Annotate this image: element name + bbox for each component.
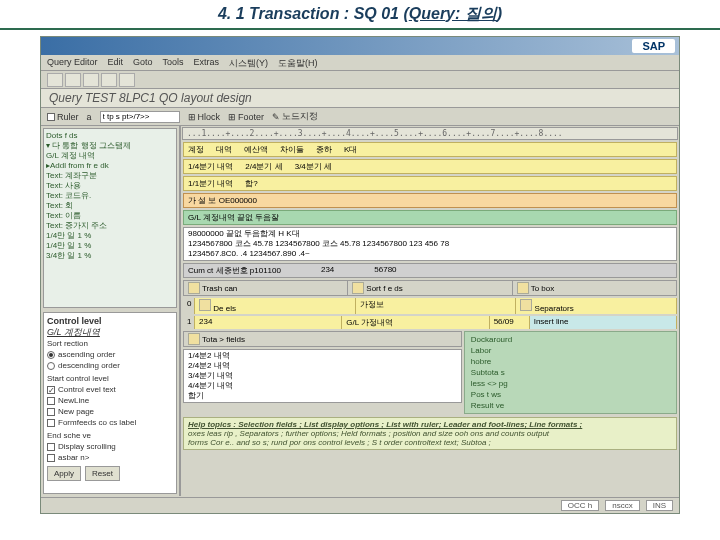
side-item[interactable]: Dockarourd: [471, 334, 670, 345]
secondary-toolbar: Ruler a ⊞Hlock ⊞Footer ✎노드지정: [41, 108, 679, 126]
toolbar-btn-2[interactable]: [65, 73, 81, 87]
right-pane: ...1....+....2....+....3....+....4....+.…: [181, 126, 679, 496]
help-line: forms Cor e.. and so s; rund por ons con…: [188, 438, 672, 447]
toolbar-input[interactable]: [100, 111, 180, 123]
reset-button[interactable]: Reset: [85, 466, 120, 481]
status-field: OCC h: [561, 500, 599, 511]
menu-system[interactable]: 시스템(Y): [229, 57, 268, 68]
chk-newpage[interactable]: New page: [47, 406, 173, 417]
q-line: 2/4분2 내역: [188, 361, 457, 371]
col-hdr: 대역: [216, 144, 232, 155]
node-btn[interactable]: ✎노드지정: [272, 110, 318, 123]
side-item[interactable]: hobre: [471, 356, 670, 367]
idx-cell: 0: [183, 298, 195, 314]
side-item[interactable]: Labor: [471, 345, 670, 356]
account-row: 가 설 보 OE000000: [183, 193, 677, 208]
chk-asbar[interactable]: asbar n>: [47, 452, 173, 463]
control-hdr: Control level: [47, 316, 173, 327]
left-pane: Dots f ds ▾ 다 통합 행정 그스탬제 G/L 계정 내역 ▸Addl…: [41, 126, 181, 496]
insert-cell[interactable]: Insert line: [530, 316, 677, 329]
menu-extras[interactable]: Extras: [194, 57, 220, 68]
gl-summary-row: G/L 계정내역 끝없 두음잘: [183, 210, 677, 225]
separator-icon: [520, 299, 532, 311]
side-item[interactable]: Subtota s: [471, 367, 670, 378]
side-item[interactable]: Result ve: [471, 400, 670, 411]
details-cell[interactable]: De els: [195, 298, 356, 314]
control-sub: G/L 계정내역: [47, 327, 173, 338]
idx-cell: 1: [183, 316, 195, 329]
sort-hdr: Sort rection: [47, 338, 173, 349]
side-item[interactable]: Pos t ws: [471, 389, 670, 400]
trash-section[interactable]: Trash can: [184, 281, 348, 295]
menu-edit[interactable]: Edit: [108, 57, 124, 68]
cell: 1/4분기 내역: [188, 161, 233, 172]
tree-line[interactable]: Text: 회: [46, 201, 174, 211]
control-level-panel: Control level G/L 계정내역 Sort rection asce…: [43, 312, 177, 494]
tree-line[interactable]: ▾ 다 통합 행정 그스탬제: [46, 141, 174, 151]
tree-line[interactable]: Text: 계좌구분: [46, 171, 174, 181]
toolbox-icon: [517, 282, 529, 294]
footer-btn[interactable]: ⊞Footer: [228, 112, 264, 122]
sort-section[interactable]: Sort f e ds: [348, 281, 512, 295]
statusbar: OCC h nsccx INS: [41, 497, 679, 513]
chk-newline[interactable]: NewLine: [47, 395, 173, 406]
toolbox-section[interactable]: To box: [513, 281, 676, 295]
tree-line[interactable]: Text: 사용: [46, 181, 174, 191]
toolbar-btn-1[interactable]: [47, 73, 63, 87]
sort-asc-radio[interactable]: ascending order: [47, 349, 173, 360]
end-hdr: End sche ve: [47, 430, 173, 441]
toolbar-btn-4[interactable]: [101, 73, 117, 87]
tree-line[interactable]: Text: 코드유.: [46, 191, 174, 201]
tree-line[interactable]: 1/4만 일 1 %: [46, 241, 174, 251]
summary-row: Cum ct 세종번호 p101100 234 56780: [183, 263, 677, 278]
a-label: a: [87, 112, 92, 122]
cell: 3/4분기 세: [295, 161, 332, 172]
toolbar-btn-5[interactable]: [119, 73, 135, 87]
q-line: 1/4분2 내역: [188, 351, 457, 361]
sub-header-row2: 1/1분기 내역 합?: [183, 176, 677, 191]
data-block: 98000000 끝없 두음합계 H K대 1234567800 코스 45.7…: [183, 227, 677, 261]
menu-tools[interactable]: Tools: [163, 57, 184, 68]
ruler-toggle[interactable]: Ruler: [47, 112, 79, 122]
title-prefix: 4. 1 Transaction : SQ 01 (: [218, 5, 409, 23]
field-tree[interactable]: Dots f ds ▾ 다 통합 행정 그스탬제 G/L 계정 내역 ▸Addl…: [43, 128, 177, 308]
app-window: SAP Query Editor Edit Goto Tools Extras …: [40, 36, 680, 514]
side-item[interactable]: less <> pg: [471, 378, 670, 389]
chk-formfeeds[interactable]: Formfeeds co cs label: [47, 417, 173, 428]
query-title: Query TEST 8LPC1 QO layout design: [41, 89, 679, 108]
cell: 56780: [374, 265, 396, 276]
tree-line[interactable]: 3/4한 일 1 %: [46, 251, 174, 261]
menu-help[interactable]: 도움말(H): [278, 57, 318, 68]
details-icon: [199, 299, 211, 311]
tree-line[interactable]: G/L 계정 내역: [46, 151, 174, 161]
tree-line[interactable]: Text: 이름: [46, 211, 174, 221]
tree-line[interactable]: 1/4만 일 1 %: [46, 231, 174, 241]
data-line: 1234567.8C0. .4 1234567.890 .4~: [188, 249, 672, 259]
data-line: 1234567800 코스 45.78 1234567800 코스 45.78 …: [188, 239, 672, 249]
cell: 2/4분기 세: [245, 161, 282, 172]
chk-display-scroll[interactable]: Display scrolling: [47, 441, 173, 452]
column-header-row: 계정 대역 예산액 차이들 종하 K대: [183, 142, 677, 157]
sep-cell[interactable]: Separators: [516, 298, 677, 314]
title-suffix: ): [497, 5, 502, 23]
menu-query-editor[interactable]: Query Editor: [47, 57, 98, 68]
hlock-btn[interactable]: ⊞Hlock: [188, 112, 221, 122]
cell: G/L 가정내역: [342, 316, 489, 329]
sort-icon: [352, 282, 364, 294]
trash-icon: [188, 282, 200, 294]
totals-section[interactable]: Tota > fields: [184, 332, 461, 346]
content-row: 1 234 G/L 가정내역 56/09 Insert line: [183, 316, 677, 329]
col-hdr: 차이들: [280, 144, 304, 155]
sort-desc-radio[interactable]: descending order: [47, 360, 173, 371]
toolbar-btn-3[interactable]: [83, 73, 99, 87]
apply-button[interactable]: Apply: [47, 466, 81, 481]
chk-control-text[interactable]: Control evel text: [47, 384, 173, 395]
tree-line[interactable]: ▸Addl from fr e dk: [46, 161, 174, 171]
tree-line[interactable]: Text: 증가지 주소: [46, 221, 174, 231]
cell: 234: [321, 265, 334, 276]
ruler-strip: ...1....+....2....+....3....+....4....+.…: [182, 127, 678, 140]
help-line: oxes leas rip , Separators ; further opt…: [188, 429, 672, 438]
col-hdr: 예산액: [244, 144, 268, 155]
cell: Cum ct 세종번호 p101100: [188, 265, 281, 276]
menu-goto[interactable]: Goto: [133, 57, 153, 68]
